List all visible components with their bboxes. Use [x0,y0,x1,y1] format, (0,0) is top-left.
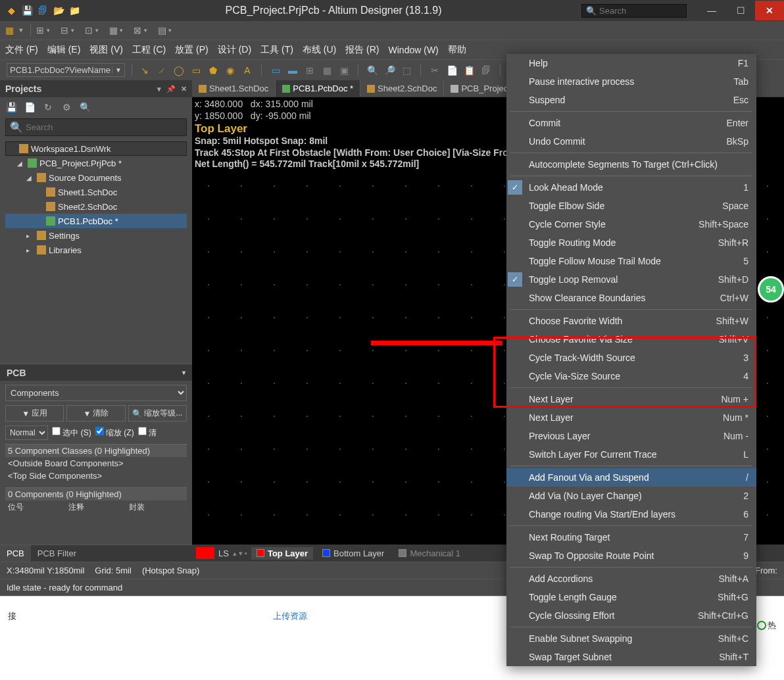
layer-tab-mechanical[interactable]: Mechanical 1 [393,547,466,560]
tab-pcb[interactable]: PCB [0,545,31,562]
component-class-list[interactable]: 5 Component Classes (0 Highlighted) <Out… [5,444,187,482]
context-menu-item[interactable]: Add Fanout Via and Suspend/ [506,468,756,487]
tool-icon[interactable]: ⟋ [156,64,168,76]
tool-icon[interactable]: ✂ [429,64,441,76]
tool-icon[interactable]: 🔎 [383,64,395,76]
context-menu-item[interactable]: Toggle Elbow SideSpace [506,197,756,215]
context-menu-item[interactable]: Next Routing Target7 [506,528,756,546]
current-layer-swatch[interactable] [196,547,214,559]
context-menu-item[interactable]: SuspendEsc [506,91,756,109]
tool-icon[interactable]: ◯ [173,64,185,76]
tool-icon[interactable]: ▭ [270,64,282,76]
tree-item[interactable]: ▸Libraries [5,243,187,257]
tree-item[interactable]: ▸Settings [5,228,187,243]
tree-item[interactable]: Sheet1.SchDoc [5,185,187,199]
minimize-button[interactable]: ― [697,1,726,20]
zoom-button[interactable]: 🔍 缩放等级... [128,405,187,422]
context-menu-item[interactable]: Enable Subnet SwappingShift+C [506,629,756,648]
document-tab[interactable]: PCB1.PcbDoc * [276,80,360,97]
tool-icon[interactable]: ▦ [321,64,333,76]
tool-icon[interactable]: A [241,64,253,76]
menu-item[interactable]: 编辑 (E) [47,44,81,56]
layer-tab-bottom[interactable]: Bottom Layer [317,547,389,560]
context-menu-item[interactable]: Next LayerNum + [506,390,756,408]
context-menu-item[interactable]: Undo CommitBkSp [506,132,756,151]
list-item[interactable]: <Top Side Components> [5,470,187,482]
context-menu-item[interactable]: Swap To Opposite Route Point9 [506,546,756,565]
tool-icon[interactable]: ↘ [139,64,151,76]
context-menu-item[interactable]: Choose Favorite WidthShift+W [506,312,756,330]
context-menu-item[interactable]: Cycle Track-Width Source3 [506,349,756,367]
menu-item[interactable]: 工具 (T) [260,44,293,56]
routing-context-menu[interactable]: HelpF1Pause interactive processTabSuspen… [506,54,756,666]
menu-item[interactable]: 布线 (U) [303,44,336,56]
notification-badge[interactable]: 54 [758,276,784,303]
context-menu-item[interactable]: ✓Look Ahead Mode1 [506,178,756,197]
footer-app-link[interactable]: 热 [757,619,776,631]
normal-select[interactable]: Normal [5,425,48,440]
maximize-button[interactable]: ☐ [726,1,755,20]
tool-icon[interactable]: ⬟ [207,64,219,76]
tool-icon[interactable]: 📋 [463,64,475,76]
context-menu-item[interactable]: Toggle Routing ModeShift+R [506,233,756,252]
tree-item[interactable]: ◢Source Documents [5,170,187,185]
open-folder-icon[interactable]: 📂 [51,3,66,18]
compile-icon[interactable]: 📄 [24,101,36,113]
toolbar-icon[interactable]: ⊟▾ [58,25,76,36]
panel-close-icon[interactable]: ✕ [181,85,187,93]
toolbar-icon[interactable]: ⊡▾ [82,25,100,36]
context-menu-item[interactable]: Add Via (No Layer Change)2 [506,487,756,505]
context-menu-item[interactable]: Toggle Length GaugeShift+G [506,588,756,606]
save-icon[interactable]: 💾 [20,3,34,18]
tool-icon[interactable]: 📄 [446,64,458,76]
clear-button[interactable]: ▼ 清除 [66,405,125,422]
projects-search-input[interactable] [26,122,182,132]
search-input[interactable] [599,6,678,16]
view-mode-dropdown[interactable]: ▦▼ [3,25,28,36]
context-menu-item[interactable]: Autocomplete Segments To Target (Ctrl+Cl… [506,155,756,174]
tree-item[interactable]: ◢PCB_Project.PrjPcb * [5,156,187,170]
tool-icon[interactable]: ⊞ [304,64,316,76]
tool-icon[interactable]: ▭ [190,64,202,76]
menu-item[interactable]: Window (W) [389,45,439,55]
context-menu-item[interactable]: Toggle Follow Mouse Trail Mode5 [506,252,756,270]
context-menu-item[interactable]: Next LayerNum * [506,408,756,427]
tool-icon[interactable]: ◉ [224,64,236,76]
find-icon[interactable]: 🔍 [79,101,91,113]
layer-tab-top[interactable]: Top Layer [251,547,313,560]
panel-pin-icon[interactable]: 📌 [166,85,176,93]
save-all-icon[interactable]: 🗐 [36,3,50,18]
context-menu-item[interactable]: Swap Target SubnetShift+T [506,648,756,666]
tree-item[interactable]: Sheet2.SchDoc [5,199,187,214]
context-menu-item[interactable]: Pause interactive processTab [506,72,756,91]
context-menu-item[interactable]: Choose Favorite Via SizeShift+V [506,330,756,349]
pcb-mode-select[interactable]: Components [5,385,187,401]
col-footprint[interactable]: 封装 [126,500,187,514]
toolbar-icon[interactable]: ⊠▾ [131,25,149,36]
pcb-panel-header[interactable]: PCB▾ [0,364,192,381]
menu-item[interactable]: 文件 (F) [5,44,38,56]
document-tab[interactable]: Sheet2.SchDoc [360,80,444,97]
select-checkbox[interactable]: 选中 (S) [52,427,91,439]
options-icon[interactable]: ⚙ [61,101,72,113]
menu-item[interactable]: 帮助 [448,44,466,56]
panel-options-icon[interactable]: ▾ [157,85,161,93]
context-menu-item[interactable]: Cycle Via-Size Source4 [506,367,756,385]
tool-icon[interactable]: ⬚ [401,64,412,76]
search-box[interactable]: 🔍 [581,4,687,18]
tree-item[interactable]: PCB1.PcbDoc * [5,214,187,228]
context-menu-item[interactable]: CommitEnter [506,114,756,132]
refresh-icon[interactable]: ↻ [42,101,54,113]
tree-item[interactable]: Workspace1.DsnWrk [5,141,187,156]
tool-icon[interactable]: ▬ [287,64,299,76]
ls-label[interactable]: LS [218,548,229,558]
active-document-selector[interactable]: PCB1.PcbDoc?ViewName▼ [7,63,125,77]
menu-item[interactable]: 放置 (P) [175,44,208,56]
col-designator[interactable]: 位号 [5,500,66,514]
menu-item[interactable]: 报告 (R) [345,44,379,56]
toolbar-icon[interactable]: ▦▾ [107,25,124,36]
context-menu-item[interactable]: Cycle Corner StyleShift+Space [506,215,756,233]
tool-icon[interactable]: 🔍 [366,64,378,76]
open-icon[interactable]: 📁 [67,3,82,18]
menu-item[interactable]: 工程 (C) [132,44,166,56]
